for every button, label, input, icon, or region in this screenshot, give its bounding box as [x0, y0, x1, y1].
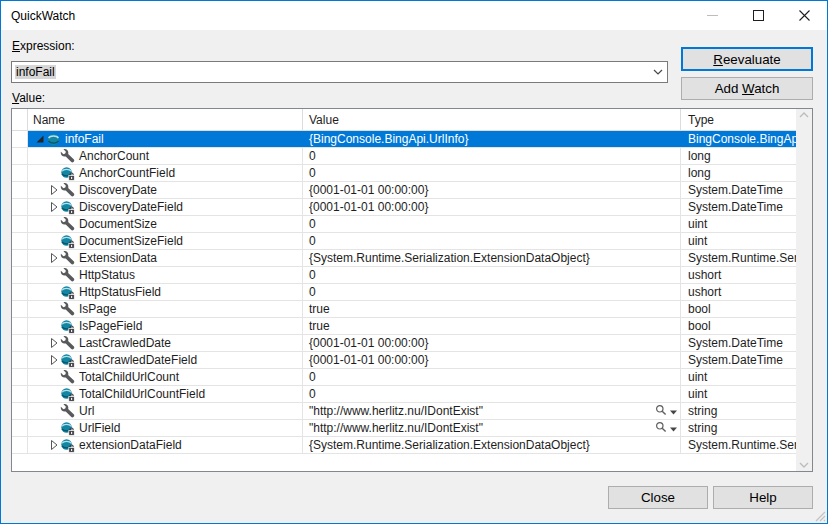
visualizer-button[interactable] — [655, 404, 680, 419]
member-value: {BingConsole.BingApi.UrlInfo} — [309, 132, 468, 146]
type-cell: System.DateTime — [681, 182, 796, 198]
vertical-scrollbar[interactable] — [796, 109, 812, 471]
value-cell[interactable]: 0 — [303, 165, 681, 181]
help-button[interactable]: Help — [713, 486, 813, 509]
value-cell[interactable]: true — [303, 301, 681, 317]
row-gutter — [12, 284, 28, 300]
watch-row[interactable]: HttpStatusField0ushort — [12, 284, 796, 301]
member-type: string — [688, 421, 717, 435]
type-cell: uint — [681, 216, 796, 232]
field-private-icon — [60, 234, 75, 249]
titlebar[interactable]: QuickWatch — [1, 1, 827, 30]
field-private-icon — [60, 319, 75, 334]
member-value: "http://www.herlitz.nu/IDontExist" — [309, 421, 483, 435]
name-cell: LastCrawledDate — [28, 335, 303, 351]
watch-row[interactable]: DocumentSize0uint — [12, 216, 796, 233]
column-header-value[interactable]: Value — [303, 109, 681, 130]
expand-arrow-icon[interactable] — [48, 184, 60, 196]
add-watch-button[interactable]: Add Watch — [681, 77, 813, 100]
type-cell: System.DateTime — [681, 352, 796, 368]
value-cell[interactable]: 0 — [303, 233, 681, 249]
resize-grip[interactable] — [813, 509, 826, 522]
header-gutter — [12, 109, 28, 130]
value-cell[interactable]: {System.Runtime.Serialization.ExtensionD… — [303, 437, 681, 453]
member-name: DiscoveryDate — [79, 183, 157, 197]
combo-dropdown-button[interactable] — [649, 69, 667, 75]
member-name: IsPageField — [79, 319, 142, 333]
reevaluate-button[interactable]: Reevaluate — [681, 47, 813, 71]
expression-value[interactable]: infoFail — [15, 65, 56, 79]
dropdown-caret-icon — [670, 421, 677, 435]
watch-row[interactable]: LastCrawledDateField{0001-01-01 00:00:00… — [12, 352, 796, 369]
value-cell[interactable]: {BingConsole.BingApi.UrlInfo} — [303, 131, 681, 147]
value-cell[interactable]: "http://www.herlitz.nu/IDontExist" — [303, 403, 681, 419]
name-cell: TotalChildUrlCount — [28, 369, 303, 385]
close-dialog-button[interactable]: Close — [608, 486, 708, 509]
scroll-down-icon[interactable] — [799, 462, 809, 468]
watch-row[interactable]: DiscoveryDate{0001-01-01 00:00:00}System… — [12, 182, 796, 199]
watch-row[interactable]: LastCrawledDate{0001-01-01 00:00:00}Syst… — [12, 335, 796, 352]
watch-row[interactable]: Url"http://www.herlitz.nu/IDontExist"str… — [12, 403, 796, 420]
member-name: infoFail — [65, 132, 104, 146]
column-header-name[interactable]: Name — [28, 109, 303, 130]
expression-combobox[interactable]: infoFail — [11, 61, 668, 83]
value-cell[interactable]: 0 — [303, 148, 681, 164]
magnifier-icon — [655, 421, 667, 436]
magnifier-icon — [655, 404, 667, 419]
watch-row[interactable]: ExtensionData{System.Runtime.Serializati… — [12, 250, 796, 267]
value-cell[interactable]: 0 — [303, 284, 681, 300]
watch-row[interactable]: infoFail{BingConsole.BingApi.UrlInfo}Bin… — [12, 131, 796, 148]
member-name: HttpStatusField — [79, 285, 161, 299]
member-value: 0 — [309, 285, 316, 299]
value-cell[interactable]: {0001-01-01 00:00:00} — [303, 199, 681, 215]
watch-row[interactable]: IsPagetruebool — [12, 301, 796, 318]
type-cell: bool — [681, 318, 796, 334]
value-cell[interactable]: 0 — [303, 267, 681, 283]
scroll-up-icon[interactable] — [799, 112, 809, 118]
column-header-type[interactable]: Type — [681, 109, 796, 130]
type-cell: string — [681, 420, 796, 436]
watch-row[interactable]: extensionDataField{System.Runtime.Serial… — [12, 437, 796, 454]
value-cell[interactable]: 0 — [303, 216, 681, 232]
expand-arrow-icon[interactable] — [48, 439, 60, 451]
watch-grid: Name Value Type infoFail{BingConsole.Bin… — [11, 108, 813, 472]
value-cell[interactable]: {System.Runtime.Serialization.ExtensionD… — [303, 250, 681, 266]
value-cell[interactable]: "http://www.herlitz.nu/IDontExist" — [303, 420, 681, 436]
type-cell: System.DateTime — [681, 199, 796, 215]
field-private-icon — [60, 353, 75, 368]
member-value: true — [309, 319, 330, 333]
expand-arrow-icon[interactable] — [48, 337, 60, 349]
member-type: long — [688, 166, 711, 180]
watch-row[interactable]: DiscoveryDateField{0001-01-01 00:00:00}S… — [12, 199, 796, 216]
value-cell[interactable]: true — [303, 318, 681, 334]
close-button[interactable] — [781, 1, 827, 30]
value-cell[interactable]: 0 — [303, 386, 681, 402]
watch-row[interactable]: AnchorCountField0long — [12, 165, 796, 182]
member-name: ExtensionData — [79, 251, 157, 265]
watch-row[interactable]: IsPageFieldtruebool — [12, 318, 796, 335]
visualizer-button[interactable] — [655, 421, 680, 436]
collapse-arrow-icon[interactable] — [34, 133, 46, 145]
maximize-button[interactable] — [735, 1, 781, 30]
member-value: {System.Runtime.Serialization.ExtensionD… — [309, 438, 590, 452]
field-private-icon — [60, 387, 75, 402]
expand-arrow-icon[interactable] — [48, 201, 60, 213]
watch-row[interactable]: DocumentSizeField0uint — [12, 233, 796, 250]
value-cell[interactable]: {0001-01-01 00:00:00} — [303, 182, 681, 198]
member-type: System.DateTime — [688, 336, 783, 350]
watch-row[interactable]: AnchorCount0long — [12, 148, 796, 165]
value-cell[interactable]: {0001-01-01 00:00:00} — [303, 352, 681, 368]
expand-arrow-icon[interactable] — [48, 252, 60, 264]
watch-row[interactable]: UrlField"http://www.herlitz.nu/IDontExis… — [12, 420, 796, 437]
grid-header: Name Value Type — [12, 109, 796, 131]
expand-arrow-icon[interactable] — [48, 354, 60, 366]
watch-row[interactable]: TotalChildUrlCountField0uint — [12, 386, 796, 403]
row-gutter — [12, 267, 28, 283]
member-type: uint — [688, 217, 707, 231]
property-icon — [60, 217, 75, 232]
row-gutter — [12, 182, 28, 198]
value-cell[interactable]: 0 — [303, 369, 681, 385]
watch-row[interactable]: TotalChildUrlCount0uint — [12, 369, 796, 386]
value-cell[interactable]: {0001-01-01 00:00:00} — [303, 335, 681, 351]
watch-row[interactable]: HttpStatus0ushort — [12, 267, 796, 284]
